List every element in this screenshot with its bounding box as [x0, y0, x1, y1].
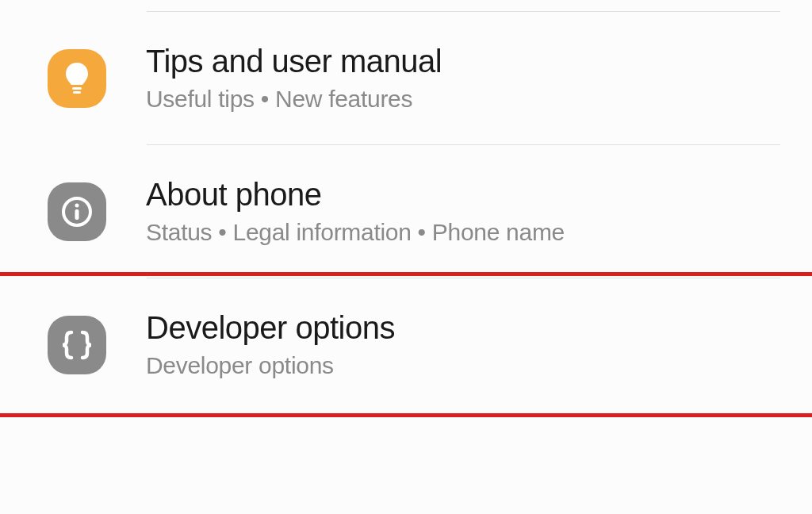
- item-title: About phone: [146, 177, 565, 213]
- settings-list: Tips and user manual Useful tips • New f…: [0, 0, 812, 411]
- item-subtitle: Status • Legal information • Phone name: [146, 219, 565, 246]
- info-icon: [48, 182, 106, 241]
- svg-point-3: [75, 203, 79, 207]
- braces-icon: [48, 316, 106, 374]
- highlighted-wrapper: Developer options Developer options: [0, 278, 812, 411]
- svg-rect-4: [75, 209, 79, 220]
- svg-rect-0: [72, 87, 82, 90]
- item-subtitle: Useful tips • New features: [146, 86, 442, 113]
- item-content: About phone Status • Legal information •…: [146, 177, 565, 246]
- settings-item-tips[interactable]: Tips and user manual Useful tips • New f…: [16, 12, 796, 144]
- settings-item-developer-options[interactable]: Developer options Developer options: [16, 278, 796, 411]
- svg-rect-1: [73, 91, 81, 94]
- item-subtitle: Developer options: [146, 352, 395, 379]
- item-content: Developer options Developer options: [146, 310, 395, 379]
- item-title: Tips and user manual: [146, 44, 442, 79]
- lightbulb-icon: [48, 49, 106, 108]
- item-title: Developer options: [146, 310, 395, 346]
- settings-item-about-phone[interactable]: About phone Status • Legal information •…: [16, 145, 796, 278]
- item-content: Tips and user manual Useful tips • New f…: [146, 44, 442, 113]
